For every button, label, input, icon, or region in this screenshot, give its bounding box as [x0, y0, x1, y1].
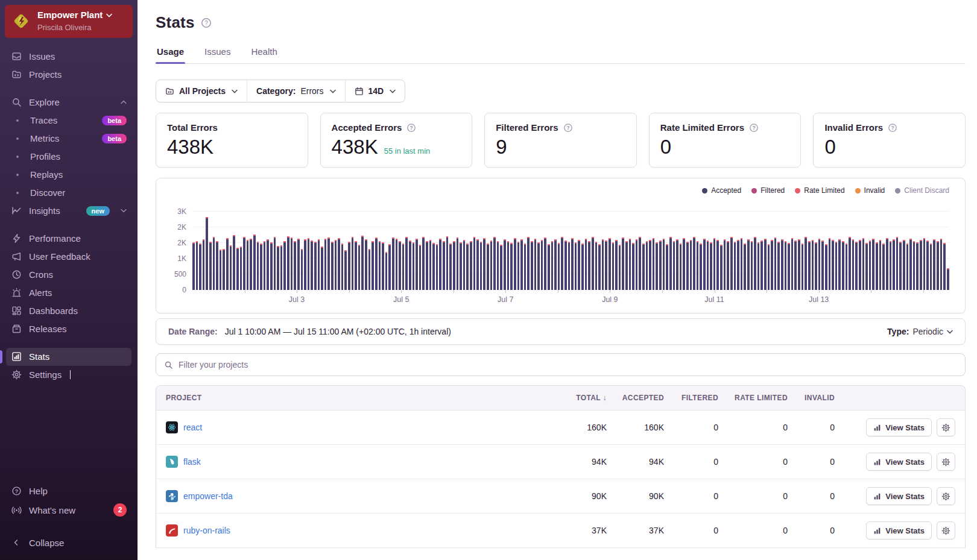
bar	[507, 241, 510, 290]
help-circle-icon[interactable]: ?	[888, 123, 897, 133]
y-axis-label: 500	[174, 270, 186, 278]
sidebar-item-whats-new[interactable]: What's new 2	[6, 500, 131, 520]
chevron-down-icon	[232, 89, 238, 93]
sidebar-item-dashboards[interactable]: Dashboards	[6, 302, 131, 320]
page-help-icon[interactable]: ?	[201, 17, 212, 28]
sidebar-item-issues[interactable]: Issues	[6, 48, 131, 66]
legend-label: Filtered	[760, 186, 785, 195]
sidebar-item-help[interactable]: ? Help	[6, 482, 131, 500]
y-axis-label: 2K	[177, 223, 186, 231]
bar	[568, 242, 571, 290]
help-circle-icon[interactable]: ?	[563, 123, 573, 133]
x-axis-tick	[610, 290, 610, 293]
bar	[832, 240, 834, 290]
sidebar-item-user-feedback[interactable]: User Feedback	[6, 248, 131, 266]
sidebar-item-performance[interactable]: Performance	[6, 230, 131, 248]
view-stats-button[interactable]: View Stats	[866, 453, 932, 471]
bar	[291, 238, 293, 290]
bar	[818, 239, 821, 290]
view-stats-button[interactable]: View Stats	[866, 487, 932, 505]
tab-issues[interactable]: Issues	[203, 46, 232, 63]
bar	[327, 238, 330, 290]
sidebar-item-explore[interactable]: Explore	[6, 93, 131, 112]
x-axis-label: Jul 11	[704, 295, 724, 304]
bar	[592, 237, 594, 290]
bar	[297, 239, 300, 290]
beta-badge: beta	[102, 134, 127, 143]
column-header-filtered[interactable]: FILTERED	[664, 394, 718, 402]
project-settings-button[interactable]	[937, 487, 955, 505]
column-header-project[interactable]: PROJECT	[166, 394, 546, 402]
category-label: Category:	[256, 86, 296, 96]
bar	[683, 238, 685, 290]
org-logo-icon	[11, 11, 31, 31]
legend-item-filtered[interactable]: Filtered	[751, 186, 785, 195]
project-settings-button[interactable]	[937, 521, 955, 540]
project-link[interactable]: flask	[183, 457, 201, 467]
sidebar-item-crons[interactable]: Crons	[6, 266, 131, 284]
help-circle-icon[interactable]: ?	[406, 123, 416, 133]
sidebar-item-replays[interactable]: Replays	[6, 166, 131, 184]
project-link[interactable]: empower-tda	[183, 491, 233, 501]
bar	[771, 240, 773, 290]
stat-card-label: Total Errors	[167, 122, 218, 133]
legend-item-rate-limited[interactable]: Rate Limited	[795, 186, 844, 195]
legend-item-accepted[interactable]: Accepted	[702, 186, 741, 195]
bar	[409, 241, 411, 290]
sidebar-item-alerts[interactable]: Alerts	[6, 284, 131, 302]
column-header-accepted[interactable]: ACCEPTED	[607, 394, 664, 402]
project-search-input[interactable]	[179, 360, 957, 370]
project-settings-button[interactable]	[937, 453, 955, 471]
sidebar-item-projects[interactable]: Projects	[6, 66, 131, 84]
project-settings-button[interactable]	[937, 418, 955, 436]
legend-item-client-discard[interactable]: Client Discard	[895, 186, 949, 195]
sidebar-item-stats[interactable]: Stats	[6, 348, 131, 366]
dashboards-icon	[11, 306, 22, 316]
sidebar-collapse-button[interactable]: Collapse	[6, 533, 131, 552]
sidebar-item-discover[interactable]: Discover	[6, 184, 131, 202]
projects-table: PROJECTTOTAL ↓ACCEPTEDFILTEREDRATE LIMIT…	[156, 385, 966, 548]
org-switcher[interactable]: Empower Plant Priscila Oliveira	[5, 5, 133, 38]
period-value: 14D	[368, 86, 384, 96]
bar	[206, 217, 208, 290]
column-header-rate-limited[interactable]: RATE LIMITED	[718, 394, 788, 402]
bar	[368, 249, 371, 290]
bar	[821, 241, 824, 290]
help-circle-icon[interactable]: ?	[749, 123, 759, 133]
column-header-invalid[interactable]: INVALID	[788, 394, 835, 402]
view-stats-button[interactable]: View Stats	[866, 418, 932, 436]
bar	[304, 239, 306, 290]
project-link[interactable]: react	[183, 423, 202, 432]
cell-invalid: 0	[788, 423, 835, 432]
bar	[872, 239, 874, 290]
x-axis-tick	[767, 290, 767, 293]
project-filter-dropdown[interactable]: All Projects	[156, 80, 247, 102]
tab-health[interactable]: Health	[250, 46, 278, 63]
bar	[388, 244, 391, 290]
bar	[429, 240, 432, 290]
nav-gap	[6, 220, 131, 230]
bar	[524, 244, 526, 290]
category-filter-dropdown[interactable]: Category: Errors	[247, 80, 345, 102]
legend-dot	[795, 188, 800, 193]
legend-item-invalid[interactable]: Invalid	[855, 186, 885, 195]
x-axis-tick	[662, 290, 663, 293]
project-link[interactable]: ruby-on-rails	[183, 526, 230, 535]
sidebar-item-releases[interactable]: Releases	[6, 320, 131, 338]
type-dropdown[interactable]: Type: Periodic	[887, 327, 953, 336]
column-header-total[interactable]: TOTAL ↓	[546, 394, 607, 402]
sidebar-item-metrics[interactable]: Metrics beta	[6, 130, 131, 148]
bar	[812, 240, 814, 290]
view-stats-button[interactable]: View Stats	[866, 521, 932, 540]
sidebar-item-label: Insights	[29, 206, 60, 216]
sidebar-item-settings[interactable]: Settings	[6, 366, 131, 384]
bar	[483, 238, 485, 290]
bar	[209, 242, 212, 290]
sidebar-item-profiles[interactable]: Profiles	[6, 148, 131, 166]
bar	[500, 245, 502, 290]
bar	[382, 242, 384, 290]
date-range-dropdown[interactable]: 14D	[346, 80, 405, 102]
sidebar-item-traces[interactable]: Traces beta	[6, 112, 131, 130]
tab-usage[interactable]: Usage	[156, 46, 185, 63]
sidebar-item-insights[interactable]: Insights new	[6, 202, 131, 220]
